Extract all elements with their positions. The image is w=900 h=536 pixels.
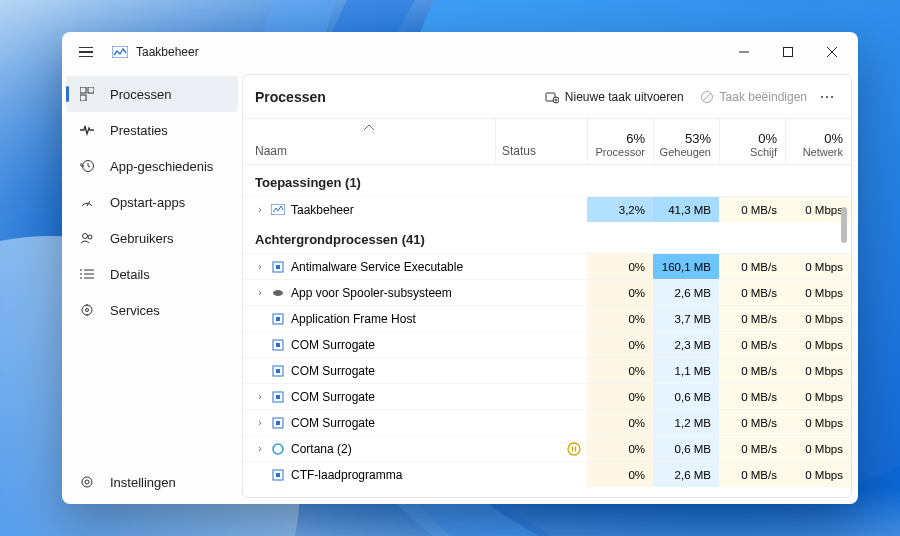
process-name: Cortana (2)	[291, 442, 352, 456]
cell-disk: 0 MB/s	[719, 197, 785, 222]
svg-point-47	[273, 444, 283, 454]
process-row[interactable]: › COM Surrogate 0% 1,2 MB 0 MB/s 0 Mbps	[243, 409, 851, 435]
hamburger-menu-button[interactable]	[72, 38, 100, 66]
process-row[interactable]: › COM Surrogate 0% 2,3 MB 0 MB/s 0 Mbps	[243, 331, 851, 357]
process-name: CTF-laadprogramma	[291, 468, 402, 482]
cell-mem: 2,6 MB	[653, 462, 719, 487]
nav-label: Opstart-apps	[110, 195, 185, 210]
nav-label: Details	[110, 267, 150, 282]
svg-rect-7	[80, 95, 86, 101]
col-disk[interactable]: 0%Schijf	[719, 119, 785, 164]
process-row[interactable]: › COM Surrogate 0% 1,1 MB 0 MB/s 0 Mbps	[243, 357, 851, 383]
scrollbar-thumb[interactable]	[841, 207, 847, 243]
svg-rect-38	[276, 317, 280, 321]
list-icon	[78, 267, 96, 281]
chevron-right-icon[interactable]: ›	[255, 204, 265, 215]
nav-label: Processen	[110, 87, 171, 102]
process-icon	[271, 416, 285, 430]
maximize-button[interactable]	[766, 36, 810, 68]
process-name: Application Frame Host	[291, 312, 416, 326]
nav-history[interactable]: App-geschiedenis	[66, 148, 238, 184]
svg-rect-46	[276, 421, 280, 425]
nav-startup[interactable]: Opstart-apps	[66, 184, 238, 220]
cell-mem: 41,3 MB	[653, 197, 719, 222]
svg-rect-52	[276, 473, 280, 477]
svg-point-18	[82, 305, 92, 315]
cell-disk: 0 MB/s	[719, 332, 785, 357]
nav-details[interactable]: Details	[66, 256, 238, 292]
process-icon	[271, 286, 285, 300]
cell-cpu: 0%	[587, 358, 653, 383]
nav-services[interactable]: Services	[66, 292, 238, 328]
process-icon	[271, 260, 285, 274]
group-apps[interactable]: Toepassingen (1)	[243, 165, 851, 196]
app-title: Taakbeheer	[136, 45, 199, 59]
svg-point-22	[82, 477, 92, 487]
process-row[interactable]: › CTF-laadprogramma 0% 2,6 MB 0 MB/s 0 M…	[243, 461, 851, 487]
process-list[interactable]: Toepassingen (1) › Taakbeheer 3,2% 41,3 …	[243, 165, 851, 497]
cell-cpu: 0%	[587, 410, 653, 435]
cell-cpu: 0%	[587, 280, 653, 305]
process-row[interactable]: › COM Surrogate 0% 0,6 MB 0 MB/s 0 Mbps	[243, 383, 851, 409]
svg-line-29	[703, 93, 711, 101]
process-icon	[271, 312, 285, 326]
group-background[interactable]: Achtergrondprocessen (41)	[243, 222, 851, 253]
run-new-task-button[interactable]: Nieuwe taak uitvoeren	[537, 84, 692, 110]
cell-disk: 0 MB/s	[719, 436, 785, 461]
run-task-icon	[545, 90, 559, 104]
services-icon	[78, 303, 96, 317]
svg-rect-35	[276, 265, 280, 269]
nav-processes[interactable]: Processen	[66, 76, 238, 112]
col-name[interactable]: Naam	[243, 119, 495, 164]
cell-disk: 0 MB/s	[719, 410, 785, 435]
col-name-label: Naam	[255, 144, 287, 158]
cell-mem: 2,6 MB	[653, 280, 719, 305]
minimize-button[interactable]	[722, 36, 766, 68]
sidebar: Processen Prestaties App-geschiedenis Op…	[62, 72, 242, 504]
process-row[interactable]: › Antimalware Service Executable 0% 160,…	[243, 253, 851, 279]
svg-point-32	[831, 96, 833, 98]
process-name: Taakbeheer	[291, 203, 354, 217]
col-memory[interactable]: 53%Geheugen	[653, 119, 719, 164]
chevron-right-icon[interactable]: ›	[255, 261, 265, 272]
cell-disk: 0 MB/s	[719, 280, 785, 305]
process-icon	[271, 468, 285, 482]
process-name: Antimalware Service Executable	[291, 260, 463, 274]
process-row[interactable]: › Taakbeheer 3,2% 41,3 MB 0 MB/s 0 Mbps	[243, 196, 851, 222]
svg-point-10	[83, 234, 88, 239]
col-status-label: Status	[496, 144, 536, 158]
cell-disk: 0 MB/s	[719, 462, 785, 487]
chevron-right-icon[interactable]: ›	[255, 443, 265, 454]
cell-cpu: 0%	[587, 306, 653, 331]
titlebar[interactable]: Taakbeheer	[62, 32, 858, 72]
col-status[interactable]: Status	[495, 119, 587, 164]
process-row[interactable]: › Application Frame Host 0% 3,7 MB 0 MB/…	[243, 305, 851, 331]
close-button[interactable]	[810, 36, 854, 68]
svg-point-30	[821, 96, 823, 98]
process-icon	[271, 390, 285, 404]
chevron-right-icon[interactable]: ›	[255, 287, 265, 298]
process-name: App voor Spooler-subsysteem	[291, 286, 452, 300]
process-row[interactable]: › Cortana (2) 0% 0,6 MB 0 MB/s 0 Mbps	[243, 435, 851, 461]
svg-point-48	[568, 443, 580, 455]
column-headers[interactable]: Naam Status 6%Processor 53%Geheugen 0%Sc…	[243, 119, 851, 165]
nav-label: Services	[110, 303, 160, 318]
process-icon	[271, 203, 285, 217]
process-name: COM Surrogate	[291, 390, 375, 404]
chevron-right-icon[interactable]: ›	[255, 417, 265, 428]
nav-performance[interactable]: Prestaties	[66, 112, 238, 148]
process-row[interactable]: › App voor Spooler-subsysteem 0% 2,6 MB …	[243, 279, 851, 305]
nav-users[interactable]: Gebruikers	[66, 220, 238, 256]
chevron-right-icon[interactable]: ›	[255, 391, 265, 402]
process-name: COM Surrogate	[291, 364, 375, 378]
more-options-button[interactable]	[815, 84, 839, 110]
nav-settings[interactable]: Instellingen	[66, 464, 238, 500]
cell-cpu: 0%	[587, 384, 653, 409]
svg-point-23	[85, 480, 89, 484]
nav-label: App-geschiedenis	[110, 159, 213, 174]
cell-cpu: 0%	[587, 462, 653, 487]
cell-mem: 2,3 MB	[653, 332, 719, 357]
scrollbar[interactable]	[837, 129, 849, 491]
svg-rect-2	[784, 48, 793, 57]
col-processor[interactable]: 6%Processor	[587, 119, 653, 164]
